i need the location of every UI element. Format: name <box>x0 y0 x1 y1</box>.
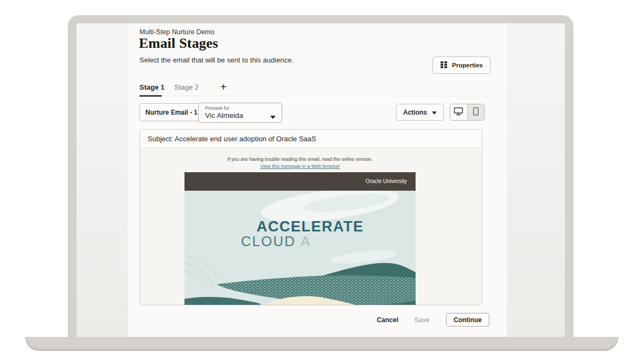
chevron-down-icon <box>432 109 437 116</box>
preview-for-select[interactable]: Preview for Vic Almeida <box>198 103 282 123</box>
email-subject: Subject: Accelerate end user adoption of… <box>140 130 482 148</box>
email-selector-label: Nurture Email - 1 <box>145 109 197 116</box>
cancel-button[interactable]: Cancel <box>377 316 398 324</box>
hero-subtitle: CLOUDA <box>241 233 311 249</box>
add-stage-button[interactable]: + <box>220 82 227 92</box>
preview-for-value: Vic Almeida <box>205 111 267 120</box>
view-in-browser-link[interactable]: View this message in a Web browser <box>184 164 416 169</box>
footer-actions: Cancel Save Continue <box>377 313 489 327</box>
mobile-icon <box>473 107 479 118</box>
email-fallback-text: If you are having trouble reading this e… <box>184 156 416 162</box>
preview-for-label: Preview for <box>205 105 267 111</box>
email-brand-bar: Oracle University <box>184 172 416 191</box>
laptop-base <box>25 337 619 351</box>
email-body: If you are having trouble reading this e… <box>184 156 416 305</box>
laptop-screen: Multi-Step Nurture Demo Email Stages Sel… <box>68 15 573 337</box>
grid-icon <box>440 61 448 70</box>
desktop-icon <box>454 107 463 118</box>
actions-button-label: Actions <box>403 109 427 116</box>
desktop-preview-button[interactable] <box>450 104 467 120</box>
save-button[interactable]: Save <box>415 316 430 324</box>
screen: Multi-Step Nurture Demo Email Stages Sel… <box>76 23 565 337</box>
breadcrumb: Multi-Step Nurture Demo <box>139 28 214 36</box>
hero-illustration: ACCELERATE CLOUDA <box>184 191 416 305</box>
tab-stage-1[interactable]: Stage 1 <box>139 82 164 93</box>
page-title: Email Stages <box>139 35 218 52</box>
mobile-preview-button[interactable] <box>467 104 484 120</box>
email-preview-panel: Subject: Accelerate end user adoption of… <box>139 129 482 305</box>
device-preview-toggle <box>450 104 484 121</box>
page: Multi-Step Nurture Demo Email Stages Sel… <box>0 0 644 364</box>
tab-stage-2[interactable]: Stage 2 <box>174 82 199 93</box>
properties-button-label: Properties <box>452 62 483 68</box>
chevron-down-icon <box>270 111 276 121</box>
stage-tabs: Stage 1 Stage 2 + <box>139 82 490 96</box>
email-stages-app: Multi-Step Nurture Demo Email Stages Sel… <box>127 23 507 337</box>
actions-button[interactable]: Actions <box>396 104 444 121</box>
email-hero-image: Oracle University <box>184 172 416 305</box>
page-subtitle: Select the email that will be sent to th… <box>139 56 294 64</box>
hero-title: ACCELERATE <box>257 218 364 235</box>
continue-button[interactable]: Continue <box>446 313 489 327</box>
properties-button[interactable]: Properties <box>432 57 490 74</box>
hero-typing-cursor: A <box>301 233 311 249</box>
